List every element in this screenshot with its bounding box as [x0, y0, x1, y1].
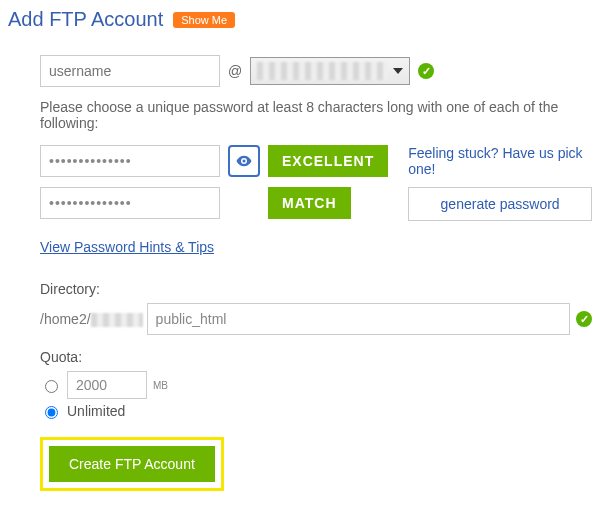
- generate-password-button[interactable]: generate password: [408, 187, 592, 221]
- quota-size-input[interactable]: [67, 371, 147, 399]
- page-title: Add FTP Account: [8, 8, 163, 31]
- create-ftp-account-button[interactable]: Create FTP Account: [49, 446, 215, 482]
- quota-unlimited-label: Unlimited: [67, 403, 125, 419]
- quota-unit: MB: [153, 380, 168, 391]
- toggle-password-visibility[interactable]: [228, 145, 260, 177]
- check-icon: [418, 63, 434, 79]
- quota-unlimited-radio[interactable]: [45, 406, 58, 419]
- directory-blur: [91, 313, 143, 327]
- password-strength-badge: EXCELLENT: [268, 145, 388, 177]
- password-hints-link[interactable]: View Password Hints & Tips: [40, 239, 592, 255]
- quota-label: Quota:: [40, 349, 592, 365]
- directory-label: Directory:: [40, 281, 592, 297]
- password-instruction: Please choose a unique password at least…: [40, 99, 592, 131]
- domain-select[interactable]: [250, 57, 410, 85]
- password-input[interactable]: [40, 145, 220, 177]
- create-highlight: Create FTP Account: [40, 437, 224, 491]
- quota-size-radio[interactable]: [45, 380, 58, 393]
- eye-icon: [235, 152, 253, 170]
- directory-input[interactable]: [147, 303, 570, 335]
- check-icon: [576, 311, 592, 327]
- password-match-badge: MATCH: [268, 187, 351, 219]
- password-confirm-input[interactable]: [40, 187, 220, 219]
- username-input[interactable]: [40, 55, 220, 87]
- directory-prefix: /home2/: [40, 311, 147, 327]
- domain-blur: [257, 62, 387, 80]
- feeling-stuck-link[interactable]: Feeling stuck? Have us pick one!: [408, 145, 592, 177]
- chevron-down-icon: [393, 68, 403, 74]
- at-symbol: @: [228, 63, 242, 79]
- show-me-button[interactable]: Show Me: [173, 12, 235, 28]
